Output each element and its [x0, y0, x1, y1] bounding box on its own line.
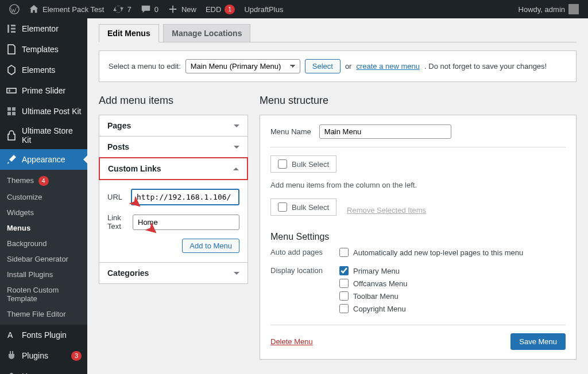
wordpress-icon [9, 4, 20, 14]
svg-rect-4 [11, 31, 16, 33]
svg-rect-1 [7, 25, 9, 33]
sub-widgets[interactable]: Widgets [0, 205, 87, 220]
templates-icon [6, 44, 17, 55]
postkit-icon [6, 106, 17, 117]
edd-label: EDD [206, 5, 221, 14]
acc-posts[interactable]: Posts [99, 137, 247, 158]
sidebar-item-templates[interactable]: Templates [0, 39, 87, 60]
add-items-heading: Add menu items [99, 95, 248, 107]
plugins-count: 3 [71, 351, 82, 361]
comment-icon [141, 4, 151, 14]
custom-links-body: URL ➤ Link Text ➤ Add to Menu [99, 180, 247, 263]
sub-background[interactable]: Background [0, 236, 87, 251]
menu-structure-heading: Menu structure [260, 95, 577, 107]
tail-text: . Do not forget to save your changes! [424, 62, 547, 71]
chevron-down-icon [234, 124, 239, 127]
sidebar-item-fonts[interactable]: AFonts Plugin [0, 325, 87, 345]
font-icon: A [6, 329, 17, 341]
avatar [568, 4, 579, 14]
sub-installplugins[interactable]: Install Plugins [0, 267, 87, 282]
elements-icon [6, 64, 17, 76]
svg-text:A: A [7, 330, 13, 340]
linktext-label: Link Text [107, 213, 126, 231]
sidebar-item-appearance[interactable]: Appearance [0, 149, 87, 170]
loc-copyright-checkbox[interactable] [339, 304, 349, 313]
loc-primary-checkbox[interactable] [339, 266, 349, 275]
updraft-link[interactable]: UpdraftPlus [239, 0, 288, 18]
or-text: or [345, 62, 352, 71]
delete-menu-link[interactable]: Delete Menu [270, 337, 313, 346]
loc-toolbar[interactable]: Toolbar Menu [339, 291, 407, 301]
edd-count: 1 [225, 5, 235, 14]
refresh-icon [113, 4, 123, 14]
appearance-submenu: Themes 4 Customize Widgets Menus Backgro… [0, 170, 87, 325]
tab-manage-locations[interactable]: Manage Locations [163, 24, 250, 42]
auto-add-checkbox[interactable] [339, 248, 349, 257]
auto-add-label: Auto add pages [270, 248, 339, 260]
svg-rect-3 [11, 28, 16, 30]
home-icon [29, 4, 39, 14]
sub-themeeditor[interactable]: Theme File Editor [0, 306, 87, 322]
remove-selected-link: Remove Selected Items [347, 206, 426, 215]
display-location-label: Display location [270, 266, 339, 317]
svg-rect-7 [7, 107, 11, 111]
sub-sidebargen[interactable]: Sidebar Generator [0, 251, 87, 267]
menu-name-label: Menu Name [270, 127, 311, 136]
sidebar-item-storekit[interactable]: Ultimate Store Kit [0, 122, 87, 149]
elementor-icon [6, 23, 17, 34]
bulk-select-top[interactable]: Bulk Select [270, 155, 336, 173]
wp-logo[interactable] [5, 0, 24, 18]
svg-rect-10 [12, 112, 16, 115]
account-link[interactable]: Howdy, admin [514, 0, 583, 18]
sidebar-item-primeslider[interactable]: Prime Slider [0, 80, 87, 101]
chevron-up-icon [233, 167, 239, 170]
comments-count: 0 [154, 5, 158, 14]
sidebar-item-users[interactable]: Users [0, 366, 87, 374]
loc-copyright[interactable]: Copyright Menu [339, 304, 407, 313]
edd-link[interactable]: EDD1 [201, 0, 240, 18]
acc-custom-links[interactable]: Custom Links [99, 157, 248, 180]
save-menu-button[interactable]: Save Menu [510, 333, 566, 350]
loc-toolbar-checkbox[interactable] [339, 291, 349, 301]
svg-rect-5 [7, 88, 16, 93]
users-icon [6, 371, 17, 374]
auto-add-checkbox-row[interactable]: Automatically add new top-level pages to… [339, 248, 523, 257]
slider-icon [6, 85, 17, 96]
new-link[interactable]: New [163, 0, 201, 18]
bulk-checkbox[interactable] [278, 159, 287, 169]
help-text: Add menu items from the column on the le… [270, 181, 566, 189]
loc-offcanvas[interactable]: Offcanvas Menu [339, 279, 407, 288]
howdy-text: Howdy, admin [519, 5, 565, 14]
url-input[interactable] [131, 189, 239, 205]
menu-name-input[interactable] [319, 124, 451, 139]
comments-link[interactable]: 0 [136, 0, 163, 18]
sub-themes[interactable]: Themes 4 [0, 173, 87, 189]
sidebar-item-elementor[interactable]: Elementor [0, 18, 87, 39]
tab-edit-menus[interactable]: Edit Menus [99, 24, 159, 42]
select-button[interactable]: Select [305, 59, 341, 73]
sidebar-item-plugins[interactable]: Plugins3 [0, 345, 87, 366]
menu-frame: Menu Name Bulk Select Add menu items fro… [260, 115, 577, 360]
svg-rect-8 [12, 107, 16, 111]
site-link[interactable]: Element Pack Test [24, 0, 109, 18]
sub-rooten[interactable]: Rooten Custom Template [0, 282, 87, 306]
themes-count: 4 [38, 176, 49, 186]
loc-primary[interactable]: Primary Menu [339, 266, 407, 275]
storekit-icon [6, 130, 17, 141]
bulk-select-bottom[interactable]: Bulk Select [270, 198, 336, 216]
sub-menus[interactable]: Menus [0, 220, 87, 236]
bulk-checkbox[interactable] [278, 202, 287, 212]
linktext-input[interactable] [133, 215, 239, 230]
sidebar-item-postkit[interactable]: Ultimate Post Kit [0, 101, 87, 122]
plus-icon [168, 4, 178, 14]
select-menu-label: Select a menu to edit: [109, 62, 181, 71]
sidebar-item-elements[interactable]: Elements [0, 60, 87, 80]
menu-select[interactable]: Main Menu (Primary Menu) [185, 59, 300, 73]
acc-categories[interactable]: Categories [99, 263, 247, 283]
updates-link[interactable]: 7 [109, 0, 136, 18]
loc-offcanvas-checkbox[interactable] [339, 279, 349, 288]
sub-customize[interactable]: Customize [0, 189, 87, 205]
acc-pages[interactable]: Pages [99, 115, 247, 137]
add-to-menu-button[interactable]: Add to Menu [182, 239, 239, 253]
create-menu-link[interactable]: create a new menu [356, 62, 420, 71]
